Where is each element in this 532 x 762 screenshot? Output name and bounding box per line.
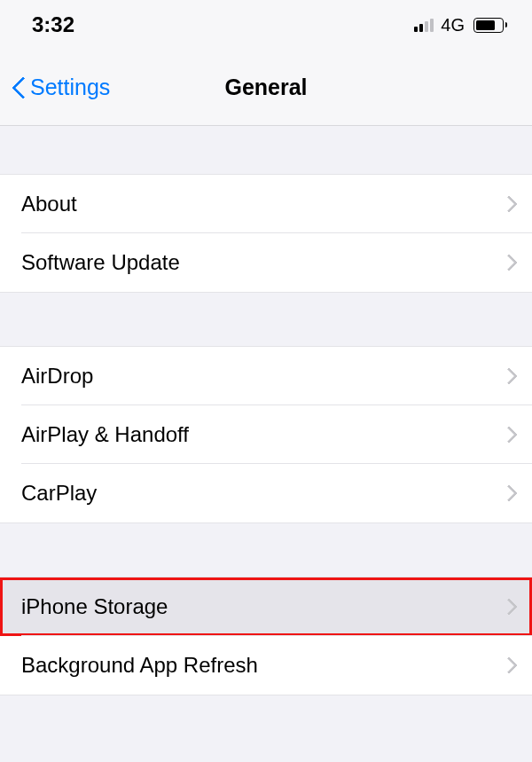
list-group-about: About Software Update — [0, 174, 532, 293]
network-type: 4G — [441, 15, 465, 35]
page-title: General — [224, 75, 307, 100]
status-indicators: 4G — [414, 15, 507, 35]
cellular-signal-icon — [414, 18, 434, 32]
list-item-airdrop[interactable]: AirDrop — [0, 347, 532, 405]
chevron-right-icon — [505, 427, 514, 443]
list-item-label: Software Update — [21, 250, 180, 275]
chevron-right-icon — [505, 657, 514, 673]
section-spacer — [0, 293, 532, 346]
list-item-label: Background App Refresh — [21, 653, 258, 678]
section-spacer — [0, 126, 532, 174]
status-time: 3:32 — [32, 12, 74, 37]
list-group-connectivity: AirDrop AirPlay & Handoff CarPlay — [0, 346, 532, 523]
battery-icon — [473, 18, 507, 33]
chevron-right-icon — [505, 368, 514, 384]
list-item-label: iPhone Storage — [21, 594, 168, 619]
chevron-right-icon — [505, 485, 514, 501]
list-item-label: CarPlay — [21, 481, 97, 506]
list-item-label: AirDrop — [21, 364, 93, 389]
chevron-right-icon — [505, 599, 514, 615]
list-group-storage: iPhone Storage Background App Refresh — [0, 577, 532, 695]
list-item-label: AirPlay & Handoff — [21, 422, 189, 447]
back-button[interactable]: Settings — [11, 75, 110, 101]
back-label: Settings — [30, 75, 110, 100]
list-item-label: About — [21, 192, 77, 216]
list-item-about[interactable]: About — [0, 175, 532, 233]
list-item-background-app-refresh[interactable]: Background App Refresh — [0, 636, 532, 695]
chevron-left-icon — [11, 75, 27, 101]
navigation-bar: Settings General — [0, 50, 532, 126]
chevron-right-icon — [505, 196, 514, 212]
list-item-airplay-handoff[interactable]: AirPlay & Handoff — [0, 405, 532, 464]
list-item-iphone-storage[interactable]: iPhone Storage — [0, 577, 532, 636]
chevron-right-icon — [505, 255, 514, 271]
section-spacer — [0, 523, 532, 577]
list-item-software-update[interactable]: Software Update — [0, 233, 532, 292]
list-item-carplay[interactable]: CarPlay — [0, 464, 532, 522]
status-bar: 3:32 4G — [0, 0, 532, 50]
